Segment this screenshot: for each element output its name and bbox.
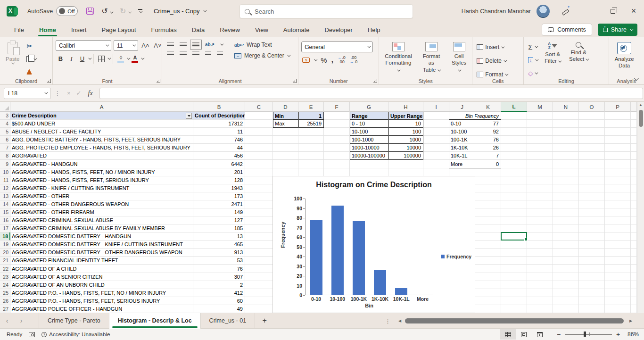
middle-align-button[interactable] bbox=[180, 42, 187, 47]
insert-function-icon[interactable]: fx bbox=[88, 90, 93, 97]
ribbon-tab-home[interactable]: Home bbox=[32, 22, 64, 37]
paste-button[interactable]: Paste bbox=[3, 40, 22, 66]
cell[interactable] bbox=[553, 128, 579, 136]
bottom-align-button[interactable] bbox=[192, 42, 199, 47]
row-header[interactable]: 9 bbox=[0, 160, 10, 168]
cell[interactable] bbox=[605, 281, 631, 289]
cell[interactable] bbox=[245, 216, 273, 224]
cell[interactable] bbox=[245, 249, 273, 257]
cell[interactable] bbox=[527, 208, 553, 216]
cell[interactable]: 0 bbox=[475, 160, 501, 168]
cell[interactable] bbox=[579, 176, 605, 184]
cell[interactable] bbox=[553, 281, 579, 289]
cell[interactable] bbox=[605, 289, 631, 297]
cell[interactable] bbox=[298, 152, 324, 160]
cell[interactable]: 6442 bbox=[193, 160, 245, 168]
cell[interactable] bbox=[527, 120, 553, 128]
align-left-button[interactable] bbox=[167, 51, 174, 56]
cell[interactable] bbox=[324, 160, 350, 168]
cell[interactable]: 100 bbox=[388, 128, 423, 136]
cell[interactable] bbox=[245, 128, 273, 136]
cell[interactable] bbox=[501, 152, 527, 160]
cell[interactable] bbox=[631, 168, 637, 176]
cell[interactable] bbox=[631, 208, 637, 216]
cell[interactable] bbox=[501, 305, 527, 313]
cell[interactable] bbox=[501, 273, 527, 281]
cell[interactable] bbox=[553, 168, 579, 176]
cell[interactable] bbox=[579, 192, 605, 200]
cell[interactable]: 456 bbox=[193, 152, 245, 160]
row-header[interactable]: 3 bbox=[0, 112, 10, 120]
cell[interactable]: AGGRAVATED FINANCIAL IDENTITY THEFT bbox=[10, 257, 193, 265]
column-header[interactable]: N bbox=[553, 102, 579, 112]
cell[interactable] bbox=[553, 176, 579, 184]
insert-cells-button[interactable]: Insert bbox=[475, 42, 509, 52]
cell[interactable]: AGGRAVATED P.O. - HANDS, FISTS, FEET, SE… bbox=[10, 297, 193, 305]
cell[interactable]: 10 bbox=[388, 120, 423, 128]
column-header[interactable]: J bbox=[449, 102, 475, 112]
cell[interactable] bbox=[579, 128, 605, 136]
cell[interactable] bbox=[553, 152, 579, 160]
cell[interactable]: 76 bbox=[475, 136, 501, 144]
cell[interactable] bbox=[245, 265, 273, 273]
excel-app-icon[interactable] bbox=[7, 6, 17, 17]
cell[interactable] bbox=[475, 297, 501, 305]
cell[interactable] bbox=[475, 200, 501, 208]
cell[interactable] bbox=[631, 192, 637, 200]
cell[interactable] bbox=[245, 208, 273, 216]
cell[interactable]: 0 - 10 bbox=[350, 120, 388, 128]
cell[interactable]: 465 bbox=[193, 240, 245, 249]
cell[interactable] bbox=[579, 232, 605, 240]
underline-button[interactable]: U bbox=[77, 54, 87, 64]
cell[interactable] bbox=[527, 152, 553, 160]
cell[interactable] bbox=[579, 120, 605, 128]
document-title[interactable]: Crime_us - Copy bbox=[154, 8, 206, 15]
cell[interactable] bbox=[423, 128, 449, 136]
ribbon-tab-file[interactable]: File bbox=[7, 22, 32, 37]
row-header[interactable]: 13 bbox=[0, 192, 10, 200]
cell[interactable] bbox=[245, 305, 273, 313]
selected-cell[interactable] bbox=[501, 232, 527, 240]
cell[interactable] bbox=[553, 289, 579, 297]
cell[interactable] bbox=[631, 112, 637, 120]
cell[interactable] bbox=[605, 249, 631, 257]
cell[interactable]: 128 bbox=[193, 176, 245, 184]
cell[interactable]: 77 bbox=[475, 120, 501, 128]
cell[interactable] bbox=[245, 200, 273, 208]
cell[interactable] bbox=[388, 168, 423, 176]
histogram-chart[interactable]: Histogram on Crime Description Frequency… bbox=[272, 176, 475, 313]
percent-style-button[interactable]: % bbox=[321, 56, 327, 64]
new-sheet-button[interactable]: + bbox=[255, 316, 274, 325]
cell[interactable] bbox=[605, 208, 631, 216]
cell[interactable] bbox=[423, 136, 449, 144]
cell[interactable]: 201 bbox=[193, 168, 245, 176]
formula-input[interactable] bbox=[99, 88, 643, 99]
row-header[interactable]: 7 bbox=[0, 144, 10, 152]
cell[interactable] bbox=[501, 200, 527, 208]
wrap-text-button[interactable]: ab↩Wrap Text bbox=[234, 41, 289, 48]
copy-button[interactable] bbox=[25, 54, 37, 64]
ribbon-tab-automate[interactable]: Automate bbox=[276, 22, 317, 37]
cell[interactable] bbox=[273, 168, 298, 176]
cell[interactable] bbox=[449, 168, 475, 176]
sheet-nav-left-icon[interactable]: ‹ bbox=[0, 317, 14, 324]
cell[interactable] bbox=[631, 128, 637, 136]
cell[interactable] bbox=[501, 136, 527, 144]
cell[interactable]: AGGRAVATED DOMESTIC BATTERY - KNIFE / CU… bbox=[10, 240, 193, 249]
cell[interactable] bbox=[245, 184, 273, 192]
cell[interactable] bbox=[501, 281, 527, 289]
enter-icon[interactable]: ✓ bbox=[76, 90, 82, 97]
cell[interactable]: 127 bbox=[193, 216, 245, 224]
conditional-formatting-button[interactable]: ConditionalFormatting bbox=[382, 40, 415, 75]
comma-style-button[interactable]: , bbox=[331, 58, 334, 62]
cell[interactable] bbox=[501, 240, 527, 249]
decrease-decimal-button[interactable]: .00→.0 bbox=[350, 56, 358, 64]
format-as-table-button[interactable]: Format asTable bbox=[418, 40, 445, 75]
cell[interactable]: AGGRAVATED - HANDGUN bbox=[10, 160, 193, 168]
zoom-out-button[interactable]: − bbox=[554, 331, 563, 338]
cell[interactable] bbox=[605, 176, 631, 184]
increase-decimal-button[interactable]: ←.0.00 bbox=[338, 56, 346, 64]
cell[interactable] bbox=[553, 249, 579, 257]
accounting-format-icon[interactable]: $ bbox=[302, 58, 310, 63]
row-header[interactable]: 25 bbox=[0, 289, 10, 297]
